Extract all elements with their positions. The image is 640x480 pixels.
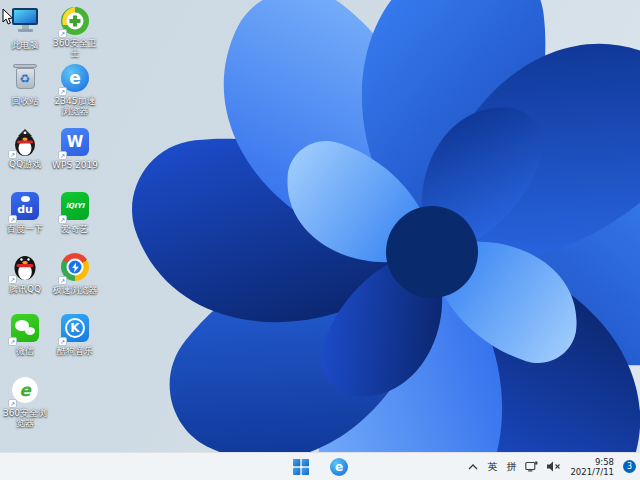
- tray-chevron-button[interactable]: [468, 464, 478, 470]
- speed-browser-icon: ↗: [60, 253, 90, 283]
- desktop-icon-recycle-bin[interactable]: ♻ 回收站: [1, 63, 49, 106]
- icon-label: QQ游戏: [1, 159, 49, 169]
- volume-button[interactable]: [547, 461, 561, 472]
- desktop-icon-kugou-music[interactable]: K ↗ 酷狗音乐: [51, 313, 99, 356]
- shortcut-arrow-icon: ↗: [58, 151, 67, 160]
- ime-english-indicator[interactable]: 英: [487, 460, 497, 474]
- tray-time: 9:58: [570, 457, 614, 467]
- notification-badge[interactable]: 3: [623, 460, 636, 473]
- desktop-icon-wechat[interactable]: ↗ 微信: [1, 313, 49, 356]
- windows-logo-icon: [293, 459, 309, 475]
- 2345-browser-icon: e ↗: [60, 64, 90, 94]
- shortcut-arrow-icon: ↗: [8, 275, 17, 284]
- icon-label: 微信: [1, 346, 49, 356]
- ime-pinyin-indicator[interactable]: 拼: [506, 460, 516, 474]
- icon-label: 酷狗音乐: [51, 346, 99, 356]
- edge-icon: e: [330, 458, 348, 476]
- speaker-muted-icon: [547, 461, 561, 472]
- desktop-icon-2345-browser[interactable]: e ↗ 2345加速浏览器: [51, 63, 99, 116]
- shortcut-arrow-icon: ↗: [58, 215, 67, 224]
- desktop-icon-iqiyi[interactable]: iQIYI ↗ 爱奇艺: [51, 191, 99, 234]
- desktop-icon-wps-2019[interactable]: W ↗ WPS 2019: [51, 127, 99, 170]
- icon-label: 百度一下: [1, 224, 49, 234]
- icon-label: 2345加速浏览器: [51, 96, 99, 116]
- baidu-icon: du ↗: [10, 192, 40, 222]
- icon-label: 爱奇艺: [51, 224, 99, 234]
- icon-label: 此电脑: [1, 40, 49, 50]
- desktop-icon-tencent-qq[interactable]: ↗ 腾讯QQ: [1, 252, 49, 294]
- iqiyi-icon: iQIYI ↗: [60, 192, 90, 222]
- start-button[interactable]: [289, 455, 313, 479]
- ethernet-icon: [525, 461, 538, 472]
- taskbar: e 英 拼: [0, 452, 640, 480]
- 360-safeguard-icon: ↗: [60, 6, 90, 36]
- icon-label: 腾讯QQ: [1, 284, 49, 294]
- desktop-icon-qq-games[interactable]: ↗ QQ游戏: [1, 127, 49, 169]
- desktop-icon-speed-browser[interactable]: ↗ 极速浏览器: [51, 252, 99, 295]
- desktop[interactable]: 此电脑 ♻ 回收站 ↗ QQ游戏 du ↗ 百度一下: [0, 0, 640, 480]
- desktop-icon-this-pc[interactable]: 此电脑: [1, 6, 49, 50]
- shortcut-arrow-icon: ↗: [58, 29, 67, 38]
- wps-2019-icon: W ↗: [60, 128, 90, 158]
- shortcut-arrow-icon: ↗: [8, 399, 17, 408]
- wechat-icon: ↗: [10, 314, 40, 344]
- shortcut-arrow-icon: ↗: [58, 337, 67, 346]
- shortcut-arrow-icon: ↗: [8, 337, 17, 346]
- shortcut-arrow-icon: ↗: [8, 215, 17, 224]
- icon-label: 360安全浏览器: [1, 408, 49, 428]
- tray-date: 2021/7/11: [570, 467, 614, 477]
- edge-taskbar-button[interactable]: e: [327, 455, 351, 479]
- icon-label: 360安全卫士: [51, 38, 99, 58]
- tencent-qq-icon: ↗: [10, 252, 40, 282]
- icon-label: WPS 2019: [51, 160, 99, 170]
- icon-label: 极速浏览器: [51, 285, 99, 295]
- qq-games-icon: ↗: [10, 127, 40, 157]
- desktop-icon-360-safeguard[interactable]: ↗ 360安全卫士: [51, 6, 99, 58]
- shortcut-arrow-icon: ↗: [58, 276, 67, 285]
- desktop-icon-baidu[interactable]: du ↗ 百度一下: [1, 191, 49, 234]
- chevron-up-icon: [468, 464, 478, 470]
- this-pc-icon: [10, 8, 40, 38]
- network-button[interactable]: [525, 461, 538, 472]
- desktop-icon-360-browser[interactable]: e ↗ 360安全浏览器: [1, 375, 49, 428]
- recycle-bin-icon: ♻: [10, 64, 40, 94]
- shortcut-arrow-icon: ↗: [8, 150, 17, 159]
- clock[interactable]: 9:58 2021/7/11: [570, 457, 614, 477]
- 360-browser-icon: e ↗: [10, 376, 40, 406]
- shortcut-arrow-icon: ↗: [58, 87, 67, 96]
- kugou-music-icon: K ↗: [60, 314, 90, 344]
- icon-label: 回收站: [1, 96, 49, 106]
